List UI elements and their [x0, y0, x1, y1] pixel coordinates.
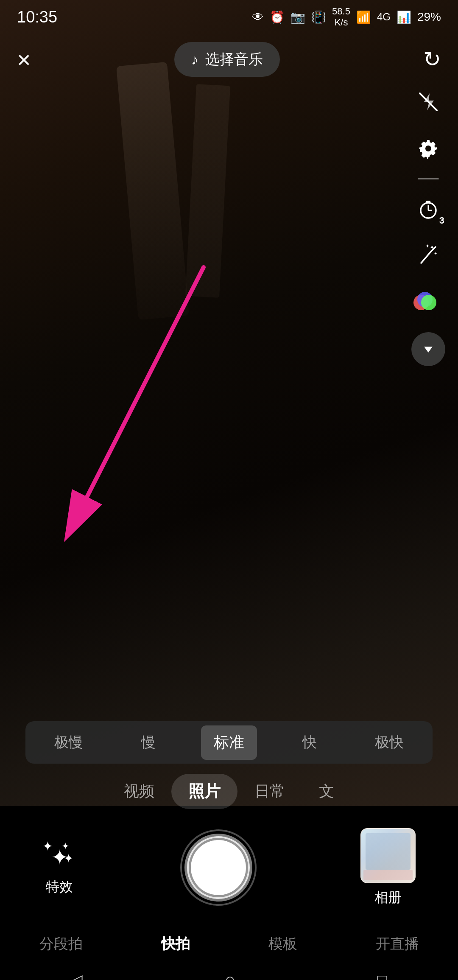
album-thumbnail [360, 828, 416, 883]
system-nav: ◁ ○ □ [0, 963, 458, 980]
timer-button[interactable]: 3 [411, 192, 445, 226]
timer-number: 3 [439, 215, 444, 226]
shutter-button[interactable] [184, 834, 252, 902]
back-button[interactable]: ◁ [71, 971, 83, 980]
speed-item-very-slow[interactable]: 极慢 [42, 726, 96, 759]
status-icons: 👁 ⏰ 📷 📳 58.5 K/s 📶 4G 📊 29% [252, 6, 441, 28]
bottom-nav: 分段拍 快拍 模板 开直播 [0, 925, 458, 963]
sparkle-small-icon-2: ✦ [64, 851, 73, 865]
network-speed: 58.5 K/s [332, 6, 350, 28]
speed-item-very-fast[interactable]: 极快 [362, 726, 416, 759]
svg-text:✦: ✦ [434, 251, 437, 256]
album-label: 相册 [374, 888, 402, 907]
effects-button[interactable]: ✦ ✦ ✦ ✦ 特效 [42, 839, 76, 896]
sparkles-icon: ✦ ✦ ✦ ✦ [42, 839, 76, 873]
svg-line-11 [68, 267, 204, 535]
close-button[interactable]: × [17, 46, 31, 73]
status-time: 10:35 [17, 8, 57, 26]
alarm-icon: ⏰ [270, 10, 285, 24]
album-thumb-image [361, 829, 415, 882]
tab-daily[interactable]: 日常 [237, 774, 302, 809]
home-button[interactable]: ○ [225, 970, 235, 980]
sparkle-small-icon-3: ✦ [61, 841, 69, 852]
settings-button[interactable] [411, 132, 445, 165]
refresh-button[interactable]: ↻ [423, 47, 441, 72]
right-sidebar: 3 ✦ ✦ ✦ [411, 85, 445, 366]
magic-wand-button[interactable]: ✦ ✦ ✦ [411, 239, 445, 273]
signal-icon: 4G [377, 11, 391, 23]
svg-line-5 [421, 251, 431, 263]
speed-item-standard[interactable]: 标准 [201, 725, 257, 760]
battery-indicator: 29% [417, 10, 441, 24]
music-note-icon: ♪ [191, 51, 198, 68]
status-bar: 10:35 👁 ⏰ 📷 📳 58.5 K/s 📶 4G 📊 29% [0, 0, 458, 34]
music-select-label: 选择音乐 [205, 50, 263, 69]
camera-icon: 📷 [290, 10, 305, 24]
nav-live[interactable]: 开直播 [367, 930, 427, 958]
tab-video[interactable]: 视频 [107, 774, 171, 809]
color-effects-button[interactable] [411, 286, 445, 319]
more-options-button[interactable] [411, 332, 445, 366]
effects-label: 特效 [46, 878, 73, 896]
sidebar-divider [418, 178, 439, 179]
nav-template[interactable]: 模板 [260, 930, 306, 958]
speed-item-fast[interactable]: 快 [290, 726, 330, 759]
speed-selector: 极慢 慢 标准 快 极快 [25, 721, 433, 764]
green-circle [421, 295, 436, 310]
sparkle-small-icon-1: ✦ [42, 839, 53, 854]
shutter-inner [189, 838, 248, 897]
album-button[interactable]: 相册 [360, 828, 416, 907]
top-toolbar: × ♪ 选择音乐 ↻ [0, 34, 458, 85]
recent-apps-button[interactable]: □ [377, 971, 387, 980]
svg-text:✦: ✦ [430, 244, 435, 251]
music-select-button[interactable]: ♪ 选择音乐 [174, 42, 280, 77]
nav-segment-shoot[interactable]: 分段拍 [31, 930, 91, 958]
mode-tabs: 视频 照片 日常 文 [0, 772, 458, 810]
wifi-icon: 📶 [356, 10, 371, 24]
bottom-controls: ✦ ✦ ✦ ✦ 特效 相册 [0, 819, 458, 916]
svg-rect-4 [426, 201, 430, 203]
tab-photo[interactable]: 照片 [171, 774, 237, 809]
vibrate-icon: 📳 [311, 10, 326, 24]
tab-text[interactable]: 文 [302, 774, 351, 809]
eye-icon: 👁 [252, 10, 264, 24]
arrow-annotation [34, 255, 225, 562]
color-circles-icon [413, 292, 443, 313]
flash-off-button[interactable] [411, 85, 445, 119]
svg-text:✦: ✦ [425, 244, 430, 249]
album-cross-overlay [361, 829, 415, 882]
signal-bars-icon: 📊 [397, 10, 411, 24]
speed-item-slow[interactable]: 慢 [128, 726, 168, 759]
nav-quick-shoot[interactable]: 快拍 [153, 930, 198, 958]
